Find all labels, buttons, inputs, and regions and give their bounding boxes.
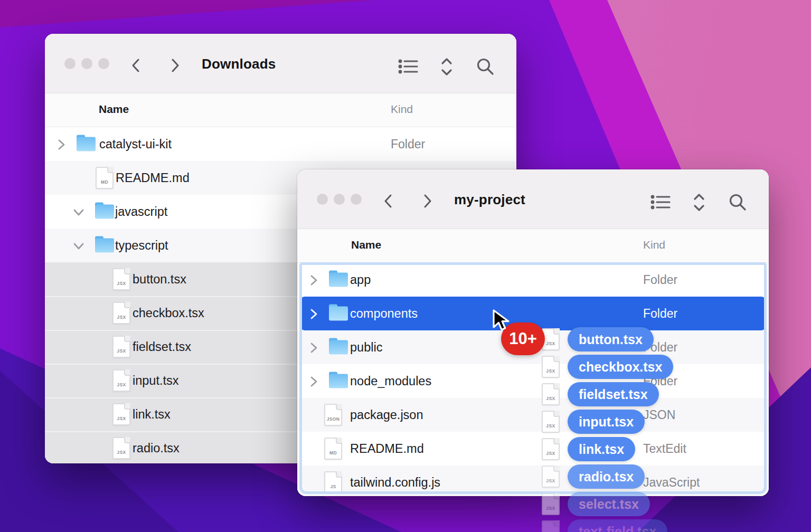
- folder-icon: [95, 205, 114, 219]
- document-icon: JSX: [112, 268, 130, 290]
- downloads-column-header: Name Kind: [45, 93, 516, 127]
- file-row-package-json[interactable]: JSON package.json JSON: [297, 398, 769, 432]
- chevron-left-icon: [385, 195, 391, 207]
- document-icon: JSX: [112, 369, 130, 392]
- disclosure-chevron-icon[interactable]: [74, 240, 83, 251]
- column-header-kind[interactable]: Kind: [643, 239, 665, 251]
- file-kind: TextEdit: [643, 442, 686, 456]
- search-icon[interactable]: [728, 193, 748, 215]
- sort-icon[interactable]: [692, 193, 706, 215]
- folder-icon: [329, 374, 348, 388]
- window-title: Downloads: [202, 56, 276, 72]
- file-name: fieldset.tsx: [133, 340, 191, 354]
- file-name: radio.tsx: [133, 441, 180, 455]
- traffic-light-minimize-button[interactable]: [334, 194, 345, 205]
- file-row-components-drop-target[interactable]: components Folder: [297, 297, 769, 330]
- disclosure-chevron-icon[interactable]: [309, 376, 318, 386]
- document-icon: JSX: [112, 437, 130, 459]
- file-kind: Folder: [391, 137, 425, 151]
- file-row-app[interactable]: app Folder: [297, 263, 769, 297]
- file-name: components: [350, 307, 418, 321]
- file-name: button.tsx: [133, 272, 186, 287]
- traffic-light-close-button[interactable]: [317, 194, 328, 205]
- column-header-name[interactable]: Name: [99, 103, 129, 116]
- file-kind: Folder: [643, 374, 677, 388]
- my-project-titlebar[interactable]: my-project: [297, 169, 769, 229]
- window-my-project: my-project Name Kind app Folder componen…: [297, 169, 769, 496]
- file-kind: JavaScript: [643, 476, 700, 490]
- document-icon: JSX: [542, 520, 560, 532]
- back-button[interactable]: [129, 57, 143, 74]
- file-name: typescript: [115, 239, 168, 253]
- disclosure-chevron-icon[interactable]: [309, 308, 318, 319]
- list-view-icon[interactable]: [650, 193, 672, 214]
- folder-icon: [329, 340, 348, 355]
- disclosure-chevron-icon[interactable]: [74, 206, 83, 217]
- document-icon: JS: [324, 471, 342, 493]
- traffic-light-zoom-button[interactable]: [351, 194, 362, 205]
- traffic-light-minimize-button[interactable]: [81, 58, 92, 69]
- column-header-name[interactable]: Name: [351, 239, 381, 251]
- document-icon: MD: [96, 167, 114, 189]
- folder-icon: [95, 239, 114, 253]
- file-name: app: [350, 273, 371, 287]
- file-row-readme[interactable]: MD README.md TextEdit: [297, 432, 769, 466]
- file-row-tailwind-config[interactable]: JS tailwind.config.js JavaScript: [297, 466, 769, 496]
- drag-pill: text-field.tsx: [568, 519, 667, 532]
- file-name: checkbox.tsx: [133, 306, 204, 320]
- traffic-light-close-button[interactable]: [64, 58, 76, 69]
- chevron-right-icon: [173, 60, 178, 71]
- my-project-file-list: app Folder components Folder public Fold…: [297, 263, 769, 496]
- document-icon: JSON: [324, 404, 342, 426]
- file-kind: Folder: [643, 273, 677, 287]
- folder-icon: [329, 307, 348, 321]
- file-name: public: [350, 340, 382, 355]
- traffic-light-zoom-button[interactable]: [98, 58, 109, 69]
- file-name: input.tsx: [133, 374, 179, 388]
- forward-button[interactable]: [420, 193, 434, 210]
- file-name: javascript: [115, 205, 167, 219]
- file-kind: Folder: [643, 307, 677, 321]
- window-title: my-project: [454, 192, 525, 208]
- file-name: node_modules: [350, 374, 431, 388]
- file-name: catalyst-ui-kit: [99, 137, 172, 151]
- disclosure-chevron-icon[interactable]: [309, 342, 318, 353]
- folder-icon: [77, 137, 96, 151]
- file-kind: JSON: [643, 408, 675, 422]
- file-name: README.md: [116, 171, 190, 185]
- column-header-kind[interactable]: Kind: [391, 103, 413, 116]
- file-row-catalyst-ui-kit[interactable]: catalyst-ui-kit Folder: [45, 127, 516, 161]
- file-row-public[interactable]: public Folder: [297, 330, 769, 364]
- file-kind: Folder: [643, 340, 677, 355]
- forward-button[interactable]: [168, 57, 182, 74]
- document-icon: JSX: [542, 493, 560, 515]
- disclosure-chevron-icon[interactable]: [57, 139, 65, 149]
- back-button[interactable]: [382, 193, 395, 210]
- document-icon: JSX: [112, 336, 130, 358]
- file-name: tailwind.config.js: [350, 476, 440, 490]
- search-icon[interactable]: [475, 57, 495, 79]
- chevron-right-icon: [425, 195, 430, 207]
- disclosure-chevron-icon[interactable]: [309, 274, 318, 285]
- drag-item: JSX text-field.tsx: [542, 519, 667, 532]
- file-name: package.json: [350, 408, 423, 422]
- downloads-titlebar[interactable]: Downloads: [45, 34, 516, 93]
- document-icon: JSX: [112, 403, 130, 425]
- file-row-node-modules[interactable]: node_modules Folder: [297, 364, 769, 398]
- document-icon: JSX: [112, 302, 130, 324]
- file-name: link.tsx: [133, 407, 171, 422]
- folder-icon: [329, 273, 348, 287]
- sort-icon[interactable]: [439, 57, 454, 79]
- document-icon: MD: [324, 438, 342, 460]
- my-project-column-header: Name Kind: [297, 229, 769, 263]
- chevron-left-icon: [133, 60, 138, 71]
- list-view-icon[interactable]: [398, 57, 419, 78]
- file-name: README.md: [350, 442, 424, 456]
